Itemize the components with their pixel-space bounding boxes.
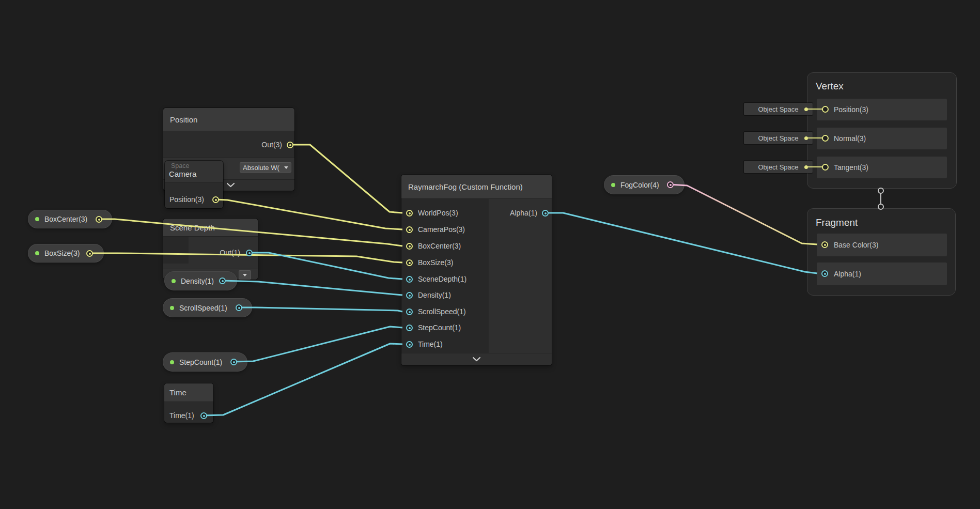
raymarchfog-input-label: Time(1) [418,340,443,348]
property-pill-label: StepCount(1) [179,358,222,366]
time-node-title: Time [169,388,186,397]
time-node-header: Time [164,383,213,402]
exposed-property-dot [170,306,174,310]
dropdown-arrow-icon [243,274,247,276]
port-boxsize-pill[interactable] [86,250,93,257]
position-space-dropdown-value: Absolute W( [243,164,279,172]
port-scenedepth[interactable] [406,276,413,283]
vertex-block[interactable]: Vertex Position(3) Normal(3) Tangent(3) [807,72,957,189]
binding-label-object-space[interactable]: Object Space [744,132,813,144]
raymarchfog-input-label: ScrollSpeed(1) [418,307,466,316]
binding-dot [804,107,808,111]
port-density[interactable] [406,292,413,299]
exposed-property-dot [611,183,615,187]
binding-label-object-space[interactable]: Object Space [744,103,813,115]
edge-alpha-fragmentalpha[interactable] [545,213,817,273]
position-space-dropdown[interactable]: Absolute W( [240,162,291,173]
vertex-row-label: Tangent(3) [834,163,868,172]
fragment-row-label: Alpha(1) [834,270,861,278]
edge-positionout-worldpos[interactable] [290,145,402,213]
scene-depth-node[interactable]: Scene Depth Out(1) [163,219,258,280]
exposed-property-dot [35,217,39,221]
property-pill-label: BoxSize(3) [44,249,80,257]
binding-dot [804,136,808,140]
raymarchfog-node[interactable]: RaymarchFog (Custom Function) WorldPos(3… [401,175,552,365]
port-time[interactable] [406,341,413,348]
edge-stepcount-stepcount[interactable] [234,327,402,362]
port-stepcount[interactable] [406,325,413,331]
port-scrollspeed[interactable] [406,309,413,315]
raymarchfog-node-header: RaymarchFog (Custom Function) [401,175,552,199]
fragment-block[interactable]: Fragment Base Color(3) Alpha(1) [807,208,956,296]
camera-position-out-label: Position(3) [169,195,204,204]
position-node-title: Position [170,115,197,124]
port-position-out[interactable] [287,142,293,148]
vertex-row-tangent: Tangent(3) [817,157,947,178]
dropdown-arrow-icon [284,166,288,169]
raymarchfog-input-label: Density(1) [418,291,451,299]
port-boxsize[interactable] [406,259,413,266]
port-density-pill[interactable] [219,277,226,284]
shader-graph-canvas[interactable]: { "colors": { "vector3": "#e5e785", "flo… [0,0,980,509]
fragment-block-title: Fragment [816,217,858,228]
raymarchfog-input-label: CameraPos(3) [418,225,465,234]
vertex-block-title: Vertex [816,81,844,92]
port-boxcenter[interactable] [406,243,413,250]
property-pill-label: Density(1) [181,277,214,285]
fragment-row-basecolor: Base Color(3) [817,234,947,256]
raymarchfog-output-label: Alpha(1) [491,209,537,217]
raymarchfog-input-label: BoxSize(3) [418,258,453,267]
scene-depth-sampling-dropdown[interactable] [239,270,251,280]
vertex-row-label: Normal(3) [834,134,866,143]
vertex-row-label: Position(3) [834,105,868,114]
time-out-label: Time(1) [169,411,194,420]
connector-handle-top[interactable] [878,188,883,193]
raymarchfog-input-label: SceneDepth(1) [418,275,466,283]
binding-label-object-space[interactable]: Object Space [744,161,813,173]
port-boxcenter-pill[interactable] [96,216,102,223]
raymarchfog-input-label: WorldPos(3) [418,209,458,217]
raymarchfog-node-title: RaymarchFog (Custom Function) [408,182,523,191]
scene-depth-out-label: Out(1) [186,249,240,257]
raymarchfog-collapse-chevron-icon[interactable] [472,357,481,362]
port-camera-position[interactable] [212,196,219,203]
property-pill-label: ScrollSpeed(1) [179,304,227,312]
raymarchfog-input-label: BoxCenter(3) [418,242,461,250]
camera-node-title: Camera [169,169,196,178]
edge-scenedepthout-scenedepth[interactable] [249,253,402,279]
position-collapse-chevron-icon[interactable] [226,182,235,188]
exposed-property-dot [172,279,176,283]
port-worldpos[interactable] [406,210,413,217]
port-fogcolor-pill[interactable] [667,181,674,188]
position-out-label: Out(3) [228,141,282,149]
port-vertex-normal[interactable] [822,135,829,142]
scene-depth-node-title: Scene Depth [170,223,215,232]
port-alpha-out[interactable] [542,210,549,217]
port-fragment-alpha[interactable] [821,270,828,277]
scene-depth-node-header: Scene Depth [163,219,258,237]
vertex-row-position: Position(3) [817,99,947,120]
property-pill-label: FogColor(4) [620,181,659,189]
port-scenedepth-out[interactable] [246,250,253,256]
fragment-row-label: Base Color(3) [834,241,878,249]
binding-dot [804,165,808,169]
port-camerapos[interactable] [406,226,413,233]
edge-fogcolor-basecolor[interactable] [670,184,817,244]
space-ghost-label: Space [171,162,189,169]
port-vertex-tangent[interactable] [822,164,829,171]
vertex-row-normal: Normal(3) [817,128,947,149]
port-stepcount-pill[interactable] [230,359,237,365]
edge-density-density[interactable] [222,281,402,295]
property-pill-density[interactable]: Density(1) [165,272,237,290]
property-pill-label: BoxCenter(3) [44,215,87,223]
port-scrollspeed-pill[interactable] [236,304,242,311]
port-vertex-position[interactable] [822,106,829,113]
raymarchfog-input-label: StepCount(1) [418,323,461,332]
fragment-row-alpha: Alpha(1) [817,263,947,285]
port-time-out[interactable] [200,412,207,419]
edge-scrollspeed-scrollspeed[interactable] [239,307,402,312]
exposed-property-dot [170,360,174,364]
exposed-property-dot [35,251,39,255]
port-fragment-basecolor[interactable] [821,241,828,248]
scene-depth-input-column [163,237,189,264]
